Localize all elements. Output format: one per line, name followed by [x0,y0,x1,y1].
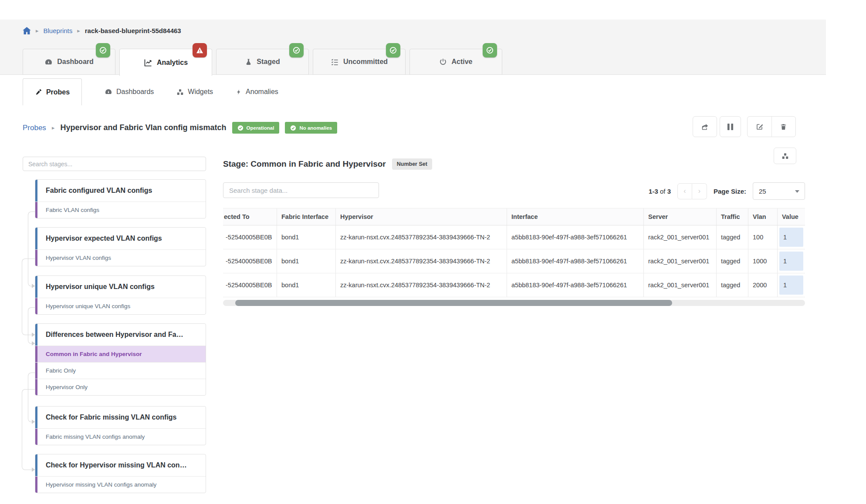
checklist-icon [331,58,339,66]
tab-label: Probes [46,88,70,96]
pagination-range: 1-3 of 3 [649,188,671,195]
pause-probe-button[interactable] [720,116,741,137]
stage-output[interactable]: Hypervisor missing VLAN configs anomaly [35,476,206,493]
delete-probe-button[interactable] [771,117,796,137]
scrollbar-thumb[interactable] [235,300,672,306]
pause-icon [727,123,734,131]
col-interface[interactable]: Interface [507,208,643,225]
tab-active[interactable]: Active [409,49,502,75]
tab-dashboards[interactable]: Dashboards [105,88,154,96]
stage-data-table: ected To Fabric Interface Hypervisor Int… [223,208,805,297]
stage-output[interactable]: Fabric VLAN configs [35,202,206,218]
next-page-button[interactable]: › [692,183,707,199]
cell-traffic: tagged [716,273,748,297]
gauge-icon [105,88,112,96]
tab-anomalies[interactable]: Anomalies [236,88,278,96]
status-ok-badge [289,43,304,57]
stage-output[interactable]: Fabric missing VLAN configs anomaly [35,428,206,445]
cell-value: 1 [777,273,805,297]
analytics-tabs: Probes Dashboards Widgets Anomalies [23,78,278,105]
status-ok-badge [386,43,400,57]
value-highlight: 1 [779,276,803,295]
connector-arrow [32,420,35,424]
col-vlan[interactable]: Vlan [748,208,777,225]
status-warning-badge [193,43,207,57]
stage-title[interactable]: Check for Hypervisor missing VLAN con… [35,454,206,476]
breadcrumb: ▸ Blueprints ▸ rack-based-blueprint-55d8… [23,27,181,34]
stage-title[interactable]: Hypervisor unique VLAN configs [35,276,206,298]
edit-delete-button-group [747,116,796,137]
col-hypervisor[interactable]: Hypervisor [335,208,507,225]
tab-probes[interactable]: Probes [23,78,82,105]
table-row[interactable]: -52540005BE0B bond1 zz-karun-nsxt.cvx.24… [223,249,805,273]
widgets-icon [781,152,789,160]
stage-card-differences: Differences between Hypervisor and Fa… C… [35,323,206,396]
col-traffic[interactable]: Traffic [716,208,748,225]
cell-hypervisor: zz-karun-nsxt.cvx.2485377892354-38394396… [335,273,507,297]
col-connected-to[interactable]: ected To [223,208,277,225]
cell-interface: a5bb8183-90ef-497f-a988-3ef571066261 [507,225,643,249]
col-value[interactable]: Value [777,208,805,225]
breadcrumb-separator: ▸ [52,124,55,131]
stage-output[interactable]: Fabric Only [35,362,206,379]
edit-icon [755,123,764,131]
cell-vlan: 1000 [748,249,777,273]
trash-icon [780,123,787,131]
gauge-icon [44,58,53,66]
breadcrumb-separator: ▸ [77,27,80,34]
of-text: of [660,188,666,195]
edit-probe-button[interactable] [748,117,771,137]
stage-title[interactable]: Hypervisor expected VLAN configs [35,228,206,249]
prev-page-button[interactable]: ‹ [677,183,692,199]
stage-output[interactable]: Hypervisor Only [35,379,206,395]
breadcrumb-current: rack-based-blueprint-55d84463 [85,27,181,34]
tab-dashboard[interactable]: Dashboard [23,49,115,75]
cell-server: rack2_001_server001 [643,249,716,273]
table-header-row: ected To Fabric Interface Hypervisor Int… [223,208,805,225]
page-size-value: 25 [759,188,766,195]
export-probe-button[interactable] [693,116,717,137]
col-server[interactable]: Server [643,208,716,225]
status-ok-badge [483,43,497,57]
tab-widgets[interactable]: Widgets [176,88,213,96]
cell-traffic: tagged [716,225,748,249]
search-stages-input[interactable] [23,157,206,171]
stage-title[interactable]: Fabric configured VLAN configs [35,180,206,202]
stage-card-hypervisor-unique: Hypervisor unique VLAN configs Hyperviso… [35,276,206,315]
probes-breadcrumb-link[interactable]: Probes [23,124,46,132]
cell-vlan: 2000 [748,273,777,297]
tab-label: Uncommitted [343,58,388,66]
total-text: 3 [667,188,671,195]
no-anomalies-badge: No anomalies [285,122,337,134]
cell-server: rack2_001_server001 [643,273,716,297]
home-icon[interactable] [23,27,31,34]
table-horizontal-scrollbar[interactable] [223,300,805,306]
tab-label: Dashboards [116,88,154,96]
table-row[interactable]: -52540005BE0B bond1 zz-karun-nsxt.cvx.24… [223,225,805,249]
check-circle-icon [237,125,244,131]
stage-output[interactable]: Hypervisor unique VLAN configs [35,298,206,314]
tab-label: Anomalies [246,88,278,96]
tab-uncommitted[interactable]: Uncommitted [313,49,406,75]
stage-title[interactable]: Differences between Hypervisor and Fa… [35,324,206,346]
tab-analytics[interactable]: Analytics [119,49,212,76]
search-stage-data-input[interactable] [223,182,379,198]
stage-output-selected[interactable]: Common in Fabric and Hypervisor [35,346,206,362]
stage-output[interactable]: Hypervisor VLAN configs [35,249,206,266]
stage-panel-header: Stage: Common in Fabric and Hypervisor N… [223,158,432,170]
stage-layout-toggle-button[interactable] [774,148,796,164]
breadcrumb-separator: ▸ [36,27,39,34]
page-size-select[interactable]: 25 [753,182,805,200]
tab-staged[interactable]: Staged [216,49,309,75]
badge-label: Operational [247,125,274,131]
connector-arrow [32,284,35,288]
stage-connector-line [22,389,35,470]
blueprint-analytics-page: ▸ Blueprints ▸ rack-based-blueprint-55d8… [0,0,866,504]
stage-title[interactable]: Check for Fabric missing VLAN configs [35,407,206,428]
table-row[interactable]: -52540005BE0B bond1 zz-karun-nsxt.cvx.24… [223,273,805,297]
connector-arrow [32,467,35,472]
col-fabric-interface[interactable]: Fabric Interface [277,208,335,225]
breadcrumb-blueprints-link[interactable]: Blueprints [44,27,73,34]
cell-connected-to: -52540005BE0B [223,249,277,273]
stage-connector-line [28,307,35,344]
